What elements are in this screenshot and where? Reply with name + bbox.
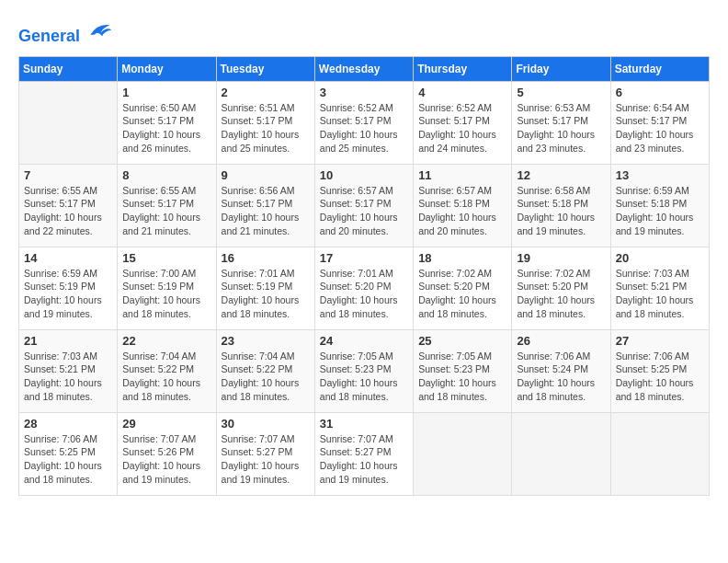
day-info: Sunrise: 6:51 AMSunset: 5:17 PMDaylight:… (222, 101, 310, 155)
logo-bird-icon (86, 18, 114, 41)
day-info: Sunrise: 7:04 AMSunset: 5:22 PMDaylight:… (222, 350, 310, 404)
day-info: Sunrise: 7:07 AMSunset: 5:27 PMDaylight:… (320, 432, 408, 487)
day-number: 14 (24, 251, 112, 265)
day-info: Sunrise: 6:59 AMSunset: 5:19 PMDaylight:… (24, 267, 112, 321)
day-info: Sunrise: 7:06 AMSunset: 5:25 PMDaylight:… (24, 432, 112, 487)
day-info: Sunrise: 7:04 AMSunset: 5:22 PMDaylight:… (122, 350, 210, 404)
calendar-cell: 10Sunrise: 6:57 AMSunset: 5:17 PMDayligh… (314, 164, 413, 247)
calendar-cell: 31Sunrise: 7:07 AMSunset: 5:27 PMDayligh… (314, 412, 413, 495)
day-number: 20 (616, 251, 704, 265)
calendar-cell (610, 412, 709, 495)
weekday-header-row: SundayMondayTuesdayWednesdayThursdayFrid… (19, 56, 710, 81)
calendar-cell: 12Sunrise: 6:58 AMSunset: 5:18 PMDayligh… (512, 164, 610, 247)
day-info: Sunrise: 6:55 AMSunset: 5:17 PMDaylight:… (122, 184, 210, 238)
day-number: 26 (517, 334, 605, 348)
calendar-cell: 3Sunrise: 6:52 AMSunset: 5:17 PMDaylight… (314, 81, 413, 164)
calendar-cell: 24Sunrise: 7:05 AMSunset: 5:23 PMDayligh… (314, 329, 413, 412)
logo: General (18, 18, 114, 47)
calendar-week-row: 21Sunrise: 7:03 AMSunset: 5:21 PMDayligh… (19, 329, 710, 412)
day-info: Sunrise: 7:03 AMSunset: 5:21 PMDaylight:… (24, 350, 112, 404)
calendar-cell: 15Sunrise: 7:00 AMSunset: 5:19 PMDayligh… (118, 247, 216, 329)
day-number: 12 (517, 168, 605, 182)
calendar-cell: 17Sunrise: 7:01 AMSunset: 5:20 PMDayligh… (314, 247, 413, 329)
calendar-cell: 1Sunrise: 6:50 AMSunset: 5:17 PMDaylight… (118, 81, 216, 164)
logo-general: General (18, 27, 80, 45)
calendar-cell: 22Sunrise: 7:04 AMSunset: 5:22 PMDayligh… (118, 329, 216, 412)
day-number: 16 (222, 251, 310, 265)
calendar-cell: 9Sunrise: 6:56 AMSunset: 5:17 PMDaylight… (216, 164, 314, 247)
day-number: 31 (320, 417, 408, 431)
day-number: 10 (320, 168, 408, 182)
day-number: 27 (616, 334, 704, 348)
calendar-cell: 11Sunrise: 6:57 AMSunset: 5:18 PMDayligh… (414, 164, 512, 247)
day-info: Sunrise: 6:59 AMSunset: 5:18 PMDaylight:… (616, 184, 704, 238)
day-number: 15 (122, 251, 210, 265)
weekday-header-friday: Friday (512, 56, 610, 81)
calendar-cell: 2Sunrise: 6:51 AMSunset: 5:17 PMDaylight… (216, 81, 314, 164)
weekday-header-sunday: Sunday (19, 56, 118, 81)
day-info: Sunrise: 6:54 AMSunset: 5:17 PMDaylight:… (616, 101, 704, 155)
day-number: 11 (418, 168, 506, 182)
calendar-cell: 29Sunrise: 7:07 AMSunset: 5:26 PMDayligh… (118, 412, 216, 495)
calendar-cell: 26Sunrise: 7:06 AMSunset: 5:24 PMDayligh… (512, 329, 610, 412)
day-info: Sunrise: 7:07 AMSunset: 5:27 PMDaylight:… (222, 432, 310, 487)
day-number: 25 (418, 334, 506, 348)
day-info: Sunrise: 6:58 AMSunset: 5:18 PMDaylight:… (517, 184, 605, 238)
day-info: Sunrise: 6:56 AMSunset: 5:17 PMDaylight:… (222, 184, 310, 238)
calendar-cell: 21Sunrise: 7:03 AMSunset: 5:21 PMDayligh… (19, 329, 118, 412)
day-info: Sunrise: 7:05 AMSunset: 5:23 PMDaylight:… (418, 350, 506, 404)
calendar-week-row: 14Sunrise: 6:59 AMSunset: 5:19 PMDayligh… (19, 247, 710, 329)
calendar-cell: 6Sunrise: 6:54 AMSunset: 5:17 PMDaylight… (610, 81, 709, 164)
calendar-cell (512, 412, 610, 495)
day-number: 6 (616, 86, 704, 99)
day-info: Sunrise: 6:57 AMSunset: 5:18 PMDaylight:… (418, 184, 506, 238)
day-info: Sunrise: 7:01 AMSunset: 5:19 PMDaylight:… (222, 267, 310, 321)
calendar-cell: 4Sunrise: 6:52 AMSunset: 5:17 PMDaylight… (414, 81, 512, 164)
day-info: Sunrise: 6:52 AMSunset: 5:17 PMDaylight:… (320, 101, 408, 155)
day-info: Sunrise: 6:57 AMSunset: 5:17 PMDaylight:… (320, 184, 408, 238)
day-number: 30 (222, 417, 310, 431)
calendar-cell: 30Sunrise: 7:07 AMSunset: 5:27 PMDayligh… (216, 412, 314, 495)
weekday-header-wednesday: Wednesday (314, 56, 413, 81)
day-number: 28 (24, 417, 112, 431)
day-number: 7 (24, 168, 112, 182)
calendar-week-row: 7Sunrise: 6:55 AMSunset: 5:17 PMDaylight… (19, 164, 710, 247)
day-number: 24 (320, 334, 408, 348)
calendar-week-row: 1Sunrise: 6:50 AMSunset: 5:17 PMDaylight… (19, 81, 710, 164)
day-number: 29 (122, 417, 210, 431)
calendar-cell: 20Sunrise: 7:03 AMSunset: 5:21 PMDayligh… (610, 247, 709, 329)
day-info: Sunrise: 7:00 AMSunset: 5:19 PMDaylight:… (122, 267, 210, 321)
day-number: 22 (122, 334, 210, 348)
day-info: Sunrise: 7:03 AMSunset: 5:21 PMDaylight:… (616, 267, 704, 321)
calendar-cell: 19Sunrise: 7:02 AMSunset: 5:20 PMDayligh… (512, 247, 610, 329)
day-number: 19 (517, 251, 605, 265)
day-info: Sunrise: 7:06 AMSunset: 5:25 PMDaylight:… (616, 350, 704, 404)
weekday-header-saturday: Saturday (610, 56, 709, 81)
calendar-cell: 28Sunrise: 7:06 AMSunset: 5:25 PMDayligh… (19, 412, 118, 495)
calendar-cell (414, 412, 512, 495)
weekday-header-tuesday: Tuesday (216, 56, 314, 81)
day-info: Sunrise: 7:02 AMSunset: 5:20 PMDaylight:… (418, 267, 506, 321)
calendar-cell (19, 81, 118, 164)
day-number: 1 (122, 86, 210, 99)
calendar-cell: 8Sunrise: 6:55 AMSunset: 5:17 PMDaylight… (118, 164, 216, 247)
day-info: Sunrise: 7:06 AMSunset: 5:24 PMDaylight:… (517, 350, 605, 404)
day-number: 17 (320, 251, 408, 265)
weekday-header-monday: Monday (118, 56, 216, 81)
day-number: 13 (616, 168, 704, 182)
calendar-cell: 14Sunrise: 6:59 AMSunset: 5:19 PMDayligh… (19, 247, 118, 329)
page-header: General (18, 18, 710, 47)
day-number: 2 (222, 86, 310, 99)
calendar-cell: 27Sunrise: 7:06 AMSunset: 5:25 PMDayligh… (610, 329, 709, 412)
day-number: 8 (122, 168, 210, 182)
day-number: 23 (222, 334, 310, 348)
calendar-table: SundayMondayTuesdayWednesdayThursdayFrid… (18, 56, 710, 496)
calendar-week-row: 28Sunrise: 7:06 AMSunset: 5:25 PMDayligh… (19, 412, 710, 495)
calendar-cell: 13Sunrise: 6:59 AMSunset: 5:18 PMDayligh… (610, 164, 709, 247)
day-number: 4 (418, 86, 506, 99)
day-info: Sunrise: 7:05 AMSunset: 5:23 PMDaylight:… (320, 350, 408, 404)
calendar-cell: 7Sunrise: 6:55 AMSunset: 5:17 PMDaylight… (19, 164, 118, 247)
calendar-cell: 18Sunrise: 7:02 AMSunset: 5:20 PMDayligh… (414, 247, 512, 329)
calendar-cell: 23Sunrise: 7:04 AMSunset: 5:22 PMDayligh… (216, 329, 314, 412)
weekday-header-thursday: Thursday (414, 56, 512, 81)
